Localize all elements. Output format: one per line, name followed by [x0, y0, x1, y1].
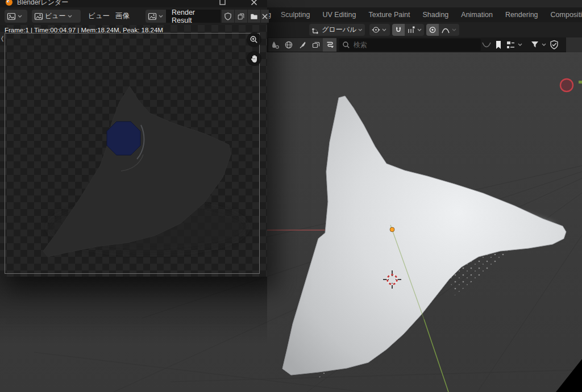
scene-icon-button[interactable]	[268, 38, 282, 52]
transform-orientation-dropdown[interactable]: グローバル	[309, 24, 365, 36]
copy-pages-icon	[237, 12, 245, 21]
annotation-circle-red	[560, 79, 573, 91]
chevron-down-icon	[452, 28, 456, 32]
tab-rendering[interactable]: Rendering	[505, 11, 538, 19]
rendered-image	[0, 25, 267, 277]
header-partial-button[interactable]	[566, 37, 582, 52]
tab-sculpting[interactable]: Sculpting	[281, 11, 310, 19]
region-edge-chevron[interactable]: ❬	[0, 35, 5, 41]
chevron-down-icon	[518, 43, 522, 47]
image-name-field[interactable]: Render Result	[166, 10, 221, 23]
orientation-label: グローバル	[322, 25, 356, 35]
fake-user-button[interactable]	[222, 10, 234, 23]
orientation-axes-icon	[311, 26, 320, 35]
magnet-icon	[394, 26, 402, 34]
green-mark	[579, 81, 582, 84]
render-window-titlebar[interactable]: Blenderレンダー	[0, 0, 267, 7]
tab-shading[interactable]: Shading	[422, 11, 448, 19]
blender-logo-icon	[5, 0, 13, 6]
brush-icon-button[interactable]	[296, 38, 309, 52]
hook-icon-button[interactable]	[323, 38, 336, 52]
chevron-down-icon	[417, 28, 422, 32]
blender-app: g Sculpting UV Editing Texture Paint Sha…	[0, 0, 582, 392]
hook-icon	[325, 40, 334, 49]
maximize-icon[interactable]	[219, 0, 226, 6]
pan-hand-button[interactable]	[247, 51, 261, 66]
proportional-edit-icon	[429, 26, 436, 34]
hand-icon	[250, 54, 259, 63]
proportional-falloff-dropdown[interactable]	[439, 24, 459, 36]
shield-check-icon[interactable]	[549, 40, 559, 50]
chevron-down-icon	[358, 28, 363, 32]
brush-icon	[298, 40, 307, 49]
chevron-down-icon	[542, 43, 546, 47]
tab-texture-paint[interactable]: Texture Paint	[368, 11, 410, 19]
scene-icon	[271, 40, 280, 49]
image-mode-label: ビュー	[45, 11, 66, 21]
image-browse-dropdown[interactable]	[146, 10, 166, 23]
pivot-point-dropdown[interactable]	[369, 24, 390, 36]
proportional-edit-toggle[interactable]	[426, 24, 439, 36]
new-image-button[interactable]	[235, 10, 247, 23]
filter-dropdown[interactable]	[530, 40, 546, 50]
chevron-down-icon	[68, 15, 72, 18]
unlink-image-button[interactable]	[261, 10, 269, 23]
chevron-down-icon	[18, 15, 22, 18]
image-icon	[34, 12, 43, 21]
render-toolbar: ビュー ビュー 画像 Render Result	[0, 7, 267, 25]
filter-funnel-icon	[530, 40, 540, 50]
chevron-down-icon	[159, 15, 163, 18]
close-x-icon	[261, 13, 268, 20]
duplicate-layers-icon	[311, 40, 321, 49]
render-image-region[interactable]: Frame:1 | Time:00:04.97 | Mem:18.24M, Pe…	[0, 25, 267, 277]
display-mode-dropdown[interactable]	[506, 40, 522, 50]
object-origin-dot[interactable]	[390, 227, 394, 232]
snap-increment-icon	[407, 26, 415, 34]
close-icon[interactable]	[251, 0, 257, 6]
copy-icon-button[interactable]	[309, 38, 323, 52]
editor-type-dropdown[interactable]	[5, 10, 27, 23]
bookmark-icon[interactable]	[494, 40, 503, 50]
image-editor-icon	[7, 12, 16, 21]
image-icon	[148, 12, 157, 21]
view-menu[interactable]: ビュー	[85, 10, 113, 23]
shield-icon	[224, 12, 232, 21]
search-icon	[342, 41, 350, 49]
world-icon-button[interactable]	[282, 38, 296, 52]
image-mode-dropdown[interactable]: ビュー	[32, 10, 81, 23]
tab-uv-editing[interactable]: UV Editing	[322, 11, 356, 19]
curve-falloff-icon[interactable]	[481, 41, 492, 49]
world-globe-icon	[284, 40, 293, 49]
render-window: Blenderレンダー	[0, 0, 267, 277]
falloff-curve-icon	[441, 26, 450, 34]
search-input[interactable]	[339, 39, 481, 51]
pivot-point-icon	[372, 26, 380, 34]
magnifier-plus-icon	[250, 35, 259, 44]
snap-toggle-button[interactable]	[392, 24, 405, 36]
tab-animation[interactable]: Animation	[461, 11, 493, 19]
render-window-title: Blenderレンダー	[17, 0, 68, 7]
zoom-in-button[interactable]	[247, 32, 261, 47]
render-disc-blue	[107, 122, 140, 155]
image-menu[interactable]: 画像	[113, 10, 132, 23]
snap-target-dropdown[interactable]	[405, 24, 424, 36]
open-image-button[interactable]	[248, 10, 260, 23]
folder-icon	[250, 12, 258, 21]
tab-compositing[interactable]: Compositing	[551, 11, 582, 19]
chevron-down-icon	[382, 28, 386, 32]
hierarchy-icon	[506, 40, 516, 50]
